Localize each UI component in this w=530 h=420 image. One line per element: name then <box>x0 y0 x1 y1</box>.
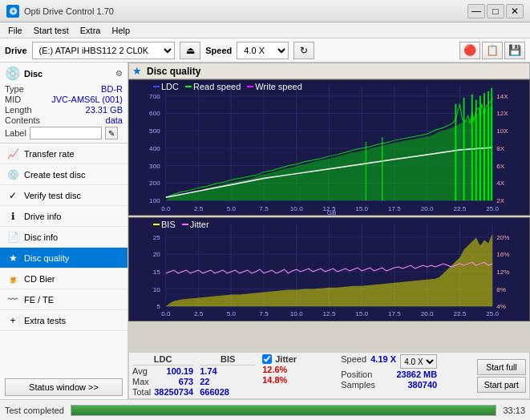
menu-help[interactable]: Help <box>107 24 135 37</box>
toolbar-btn-1[interactable]: 🔴 <box>459 42 480 59</box>
toolbar-btn-2[interactable]: 📋 <box>482 42 503 59</box>
disc-title: Disc <box>24 69 42 79</box>
avg-label-ldc: Avg <box>132 366 148 376</box>
sidebar-item-drive-info[interactable]: ℹ Drive info <box>0 206 127 227</box>
disc-length-row: Length 23.31 GB <box>5 105 123 115</box>
sidebar-item-cd-bier[interactable]: 🍺 CD Bier <box>0 269 127 289</box>
disc-label-label: Label <box>5 128 26 138</box>
disc-info-icon: 📄 <box>6 231 19 244</box>
svg-text:10X: 10X <box>496 127 508 135</box>
legend-read-label: Read speed <box>193 82 241 91</box>
disc-quality-icon: ★ <box>6 252 19 265</box>
sidebar: 💿 Disc ⚙ Type BD-R MID JVC-AMS6L (001) L… <box>0 63 128 399</box>
bottom-chart-svg: 5 10 15 20 25 4% 8% 12% 16% 20% 0.0 2.5 <box>129 218 529 321</box>
legend-ldc: LDC <box>153 82 179 91</box>
toolbar-btn-3[interactable]: 💾 <box>504 42 525 59</box>
titlebar: 💿 Opti Drive Control 1.70 — □ ✕ <box>0 0 530 22</box>
toolbar-icons: 🔴 📋 💾 <box>459 42 525 59</box>
svg-text:12%: 12% <box>496 269 509 276</box>
ldc-avg-row: Avg 100.19 <box>132 366 193 376</box>
menu-file[interactable]: File <box>3 24 27 37</box>
disc-options-icon[interactable]: ⚙ <box>115 69 123 78</box>
sidebar-item-fe-te[interactable]: 〰 FE / TE <box>0 289 127 310</box>
sidebar-label-disc-info: Disc info <box>24 232 58 242</box>
titlebar-title: Opti Drive Control 1.70 <box>24 6 114 16</box>
jitter-max-row: 14.8% <box>262 375 334 385</box>
sidebar-label-create-test-disc: Create test disc <box>24 170 85 180</box>
menu-extra[interactable]: Extra <box>75 24 106 37</box>
sidebar-item-verify-test-disc[interactable]: ✓ Verify test disc <box>0 185 127 206</box>
extra-tests-icon: + <box>6 314 19 327</box>
start-full-button[interactable]: Start full <box>477 359 526 375</box>
maximize-button[interactable]: □ <box>487 4 504 18</box>
sidebar-item-disc-quality[interactable]: ★ Disc quality <box>0 248 127 269</box>
svg-text:15.0: 15.0 <box>355 310 368 317</box>
nav-items: 📈 Transfer rate 💿 Create test disc ✓ Ver… <box>0 143 127 375</box>
legend-ldc-label: LDC <box>161 82 179 91</box>
disc-label-input[interactable] <box>30 127 102 139</box>
svg-text:4X: 4X <box>496 180 505 188</box>
write-dot <box>247 86 253 87</box>
disc-label-edit-btn[interactable]: ✎ <box>105 127 118 139</box>
disc-length-label: Length <box>5 105 32 115</box>
svg-text:16%: 16% <box>496 251 509 258</box>
menu-starttest[interactable]: Start test <box>29 24 74 37</box>
statusbar: Test completed 33:13 <box>0 399 530 420</box>
speed-label: Speed <box>205 46 232 55</box>
bis-header: BIS <box>200 354 256 365</box>
svg-text:400: 400 <box>149 145 160 152</box>
speed-stats-select[interactable]: 4.0 X 8.0 X <box>400 354 437 369</box>
bis-avg-val: 1.74 <box>200 366 216 376</box>
sidebar-item-transfer-rate[interactable]: 📈 Transfer rate <box>0 143 127 164</box>
legend-jitter-label: Jitter <box>190 220 209 229</box>
legend-write-label: Write speed <box>255 82 302 91</box>
svg-text:22.5: 22.5 <box>454 310 467 317</box>
jitter-checkbox[interactable] <box>262 354 272 364</box>
disc-length-val: 23.31 GB <box>86 105 123 115</box>
speed-val: 4.19 X <box>370 354 396 369</box>
cd-bier-icon: 🍺 <box>6 273 19 285</box>
disc-quality-header: ★ Disc quality <box>128 63 530 79</box>
svg-text:200: 200 <box>149 180 160 188</box>
disc-type-label: Type <box>5 84 24 94</box>
sidebar-item-create-test-disc[interactable]: 💿 Create test disc <box>0 164 127 185</box>
eject-button[interactable]: ⏏ <box>180 42 200 59</box>
legend-read: Read speed <box>185 82 241 91</box>
transfer-rate-icon: 📈 <box>6 147 19 160</box>
ldc-avg-val: 100.19 <box>167 366 194 376</box>
sidebar-item-extra-tests[interactable]: + Extra tests <box>0 310 127 331</box>
drivebar: Drive (E:) ATAPI iHBS112 2 CL0K ⏏ Speed … <box>0 38 530 63</box>
svg-text:15: 15 <box>153 269 161 276</box>
svg-text:500: 500 <box>149 127 160 135</box>
svg-text:12X: 12X <box>496 111 508 118</box>
refresh-button[interactable]: ↻ <box>293 42 314 59</box>
ldc-header: LDC <box>132 354 193 365</box>
start-part-button[interactable]: Start part <box>477 377 526 393</box>
status-window-button[interactable]: Status window >> <box>5 378 123 396</box>
svg-text:12.5: 12.5 <box>323 310 336 317</box>
bottom-chart: BIS Jitter <box>128 217 530 321</box>
speed-select[interactable]: 4.0 X 8.0 X 2.0 X 1.0 X <box>237 42 289 59</box>
svg-text:0.0: 0.0 <box>161 310 171 317</box>
minimize-button[interactable]: — <box>467 4 485 18</box>
svg-text:5.0: 5.0 <box>227 205 237 212</box>
jitter-header: Jitter <box>275 354 297 364</box>
bis-max-row: 22 <box>200 377 256 386</box>
svg-text:20.0: 20.0 <box>421 205 434 212</box>
bis-total-row: 666028 <box>200 387 256 397</box>
jitter-stats-col: Jitter 12.6% 14.8% <box>262 354 334 397</box>
disc-mid-label: MID <box>5 95 21 104</box>
sidebar-item-disc-info[interactable]: 📄 Disc info <box>0 227 127 248</box>
svg-text:15.0: 15.0 <box>355 205 368 212</box>
speed-stats-col: Speed 4.19 X 4.0 X 8.0 X Position 23862 … <box>341 354 437 397</box>
position-key: Position <box>341 370 372 379</box>
svg-text:600: 600 <box>149 111 160 118</box>
svg-text:10.0: 10.0 <box>290 205 303 212</box>
svg-text:17.5: 17.5 <box>388 310 401 317</box>
drive-select[interactable]: (E:) ATAPI iHBS112 2 CL0K <box>32 42 176 59</box>
svg-text:14X: 14X <box>496 93 508 100</box>
ldc-max-val: 673 <box>179 377 193 386</box>
bis-stats-col: BIS 1.74 22 666028 <box>200 354 256 397</box>
close-button[interactable]: ✕ <box>506 4 524 18</box>
read-dot <box>185 86 192 87</box>
